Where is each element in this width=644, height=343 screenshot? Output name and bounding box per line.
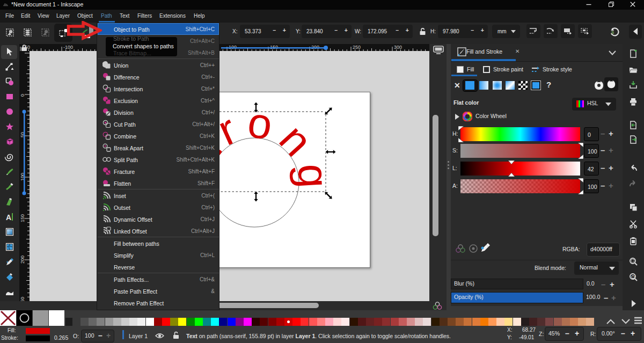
svg-text:250: 250: [353, 45, 361, 50]
svg-text:S: S: [611, 30, 614, 35]
svg-text:-100: -100: [63, 45, 73, 50]
svg-text:300: 300: [394, 45, 402, 50]
svg-text:Q: Q: [631, 274, 635, 280]
svg-text:150: 150: [20, 214, 25, 222]
svg-text:A: A: [6, 213, 11, 222]
svg-text:0: 0: [20, 94, 25, 97]
svg-text:250: 250: [20, 297, 25, 301]
svg-text:200: 200: [20, 256, 25, 264]
